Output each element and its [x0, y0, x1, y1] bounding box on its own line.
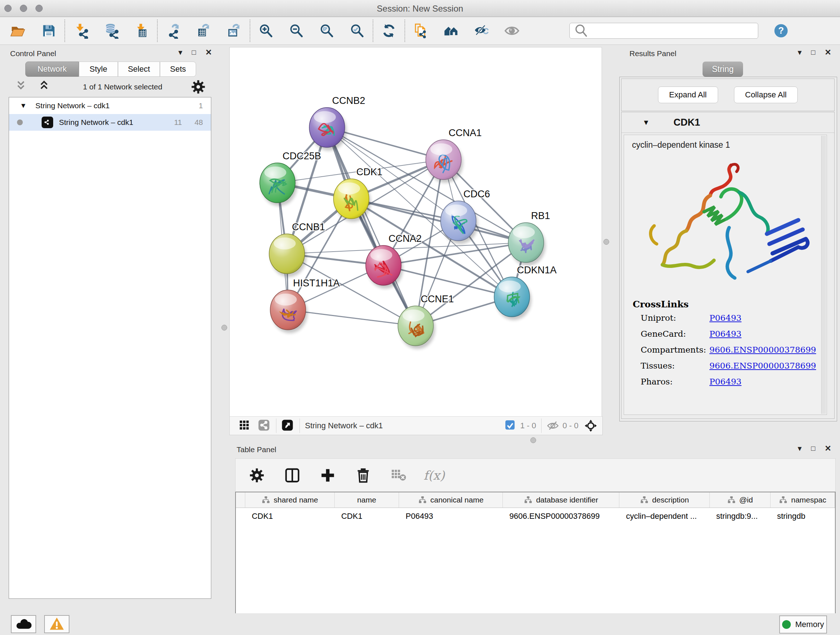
crosslink-row: Pharos:P06493 [641, 377, 827, 386]
crosslink-link[interactable]: 9606.ENSP00000378699 [709, 361, 816, 371]
zoom-in-button[interactable] [256, 20, 276, 41]
network-node-ccnb1[interactable]: CCNB1 [269, 222, 325, 277]
warnings-button[interactable] [44, 615, 69, 633]
export-network-button[interactable] [163, 20, 184, 41]
memory-button[interactable]: Memory [779, 616, 827, 633]
zoom-fit-button[interactable] [316, 20, 337, 41]
table-panel-maximize-button[interactable]: □ [811, 445, 815, 453]
fit-selected-button[interactable] [584, 418, 597, 433]
expand-all-button[interactable]: Expand All [658, 87, 718, 103]
column-header--id[interactable]: @id [710, 492, 771, 508]
zoom-selected-button[interactable] [347, 20, 368, 41]
tree-icon [727, 496, 736, 504]
open-session-button[interactable] [7, 20, 28, 41]
import-network-from-database-button[interactable] [101, 20, 122, 41]
network-node-rb1[interactable]: RB1 [508, 211, 550, 266]
tab-string[interactable]: String [703, 62, 743, 77]
show-all-networks-button[interactable] [441, 20, 462, 41]
crosslink-row: Uniprot:P06493 [641, 313, 827, 323]
tab-network[interactable]: Network [25, 62, 79, 77]
gene-section-header[interactable]: ▼ CDK1 [622, 112, 834, 133]
crosslink-link[interactable]: P06493 [709, 329, 742, 339]
function-builder-button[interactable]: f(x) [424, 465, 445, 486]
network-node-hist1h1a[interactable]: HIST1H1A [270, 278, 340, 333]
control-panel-float-button[interactable]: ▾ [178, 48, 182, 57]
crosslink-link[interactable]: P06493 [709, 313, 742, 323]
save-session-button[interactable] [38, 20, 59, 41]
column-header-description[interactable]: description [619, 492, 709, 508]
grid-view-button[interactable] [238, 418, 251, 433]
splitter-handle-bottom[interactable] [531, 437, 536, 443]
tab-sets[interactable]: Sets [160, 62, 196, 77]
cloud-status-button[interactable] [11, 615, 36, 633]
splitter-handle-left[interactable] [221, 325, 227, 331]
control-panel-maximize-button[interactable]: □ [192, 49, 196, 57]
table-row[interactable]: CDK1CDK1P064939606.ENSP00000378699cyclin… [236, 508, 835, 524]
column-header-name[interactable]: name [335, 492, 399, 508]
network-node-ccnb2[interactable]: CCNB2 [309, 95, 365, 150]
help-button[interactable]: ? [771, 20, 791, 41]
network-options-gear-icon[interactable] [190, 79, 206, 95]
delete-table-button[interactable] [388, 465, 409, 486]
table-panel-close-button[interactable]: ✕ [825, 444, 831, 453]
delete-column-button[interactable] [353, 465, 374, 486]
gene-details-scrollbar[interactable] [821, 136, 826, 414]
show-hidden-button[interactable] [501, 20, 523, 41]
network-node-cdkn1a[interactable]: CDKN1A [494, 264, 557, 320]
column-header-namespac[interactable]: namespac [771, 492, 835, 508]
network-collection-row[interactable]: ▼ String Network – cdk1 1 [9, 97, 211, 114]
network-node-ccna1[interactable]: CCNA1 [426, 127, 482, 183]
network-node-ccne1[interactable]: CCNE1 [398, 294, 454, 349]
network-row-selected[interactable]: String Network – cdk1 11 48 [9, 114, 211, 131]
network-edge[interactable] [327, 127, 416, 326]
table-options-button[interactable] [246, 465, 267, 486]
results-panel-float-button[interactable]: ▾ [798, 48, 802, 57]
network-overview-toggle-button[interactable] [258, 418, 271, 433]
table-cell[interactable]: cyclin–dependent ... [619, 511, 709, 521]
hide-selected-button[interactable] [471, 20, 492, 41]
splitter-handle-right[interactable] [603, 239, 609, 245]
crosslinks-section: CrossLinks Uniprot:P06493GeneCard:P06493… [624, 299, 827, 386]
table-panel: Table Panel ▾ □ ✕ f(x) shared namenameca… [229, 444, 840, 611]
import-table-button[interactable] [131, 20, 152, 41]
checkbox-icon[interactable] [504, 419, 517, 432]
table-cell[interactable]: 9606.ENSP00000378699 [503, 511, 619, 521]
collection-expander-icon[interactable]: ▼ [20, 102, 27, 110]
table-cell[interactable]: P06493 [399, 511, 503, 521]
tab-select[interactable]: Select [118, 62, 160, 77]
export-table-button[interactable] [193, 20, 214, 41]
create-column-button[interactable] [317, 465, 338, 486]
search-input[interactable] [592, 26, 754, 36]
control-panel-close-button[interactable]: ✕ [205, 48, 212, 57]
table-panel-float-button[interactable]: ▾ [798, 444, 802, 453]
expand-all-networks-icon[interactable] [39, 79, 55, 95]
collapse-all-button[interactable]: Collapse All [734, 87, 798, 103]
collapse-all-networks-icon[interactable] [16, 79, 32, 95]
crosslink-link[interactable]: P06493 [709, 377, 742, 386]
collection-count: 1 [199, 101, 203, 110]
column-header-shared-name[interactable]: shared name [245, 492, 335, 508]
table-cell[interactable]: stringdb [771, 511, 835, 521]
import-network-button[interactable] [70, 20, 91, 41]
results-panel-close-button[interactable]: ✕ [825, 48, 831, 57]
column-header-canonical-name[interactable]: canonical name [399, 492, 503, 508]
copy-style-button[interactable] [410, 20, 431, 41]
export-image-button[interactable] [224, 20, 245, 41]
cloud-icon [16, 616, 32, 632]
network-graph[interactable]: CCNB2 CCNA1 CDC25B CDK1 CDC6 RB1 CCNB1 [230, 48, 602, 416]
crosslink-link[interactable]: 9606.ENSP00000378699 [709, 345, 816, 355]
table-cell[interactable]: stringdb:9... [710, 511, 771, 521]
network-edge[interactable] [351, 199, 526, 242]
zoom-out-button[interactable] [286, 20, 307, 41]
network-canvas[interactable]: CCNB2 CCNA1 CDC25B CDK1 CDC6 RB1 CCNB1 [229, 47, 602, 417]
table-cell[interactable]: CDK1 [335, 511, 399, 521]
gene-expander-icon[interactable]: ▼ [643, 119, 650, 127]
title-bar: Session: New Session [0, 0, 840, 17]
tab-style[interactable]: Style [79, 62, 118, 77]
show-columns-button[interactable] [282, 465, 303, 486]
birdseye-button[interactable] [281, 418, 294, 433]
table-cell[interactable]: CDK1 [245, 511, 335, 521]
apply-layout-button[interactable] [378, 20, 399, 41]
column-header-database-identifier[interactable]: database identifier [503, 492, 619, 508]
results-panel-maximize-button[interactable]: □ [811, 49, 815, 57]
